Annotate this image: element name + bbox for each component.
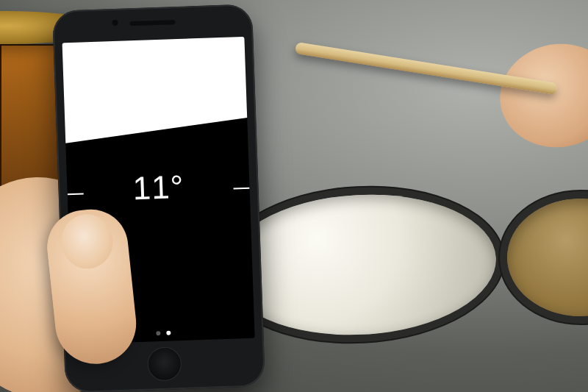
earpiece-speaker bbox=[130, 20, 176, 26]
scene-background: 11° bbox=[0, 0, 588, 392]
home-button[interactable] bbox=[147, 346, 182, 382]
level-horizon-plane bbox=[62, 37, 255, 146]
page-dot-active[interactable] bbox=[166, 331, 171, 335]
front-camera bbox=[111, 19, 118, 26]
angle-readout: 11° bbox=[67, 166, 251, 210]
floor-tom bbox=[507, 199, 588, 316]
page-dot[interactable] bbox=[156, 331, 160, 335]
right-hand bbox=[492, 35, 588, 157]
